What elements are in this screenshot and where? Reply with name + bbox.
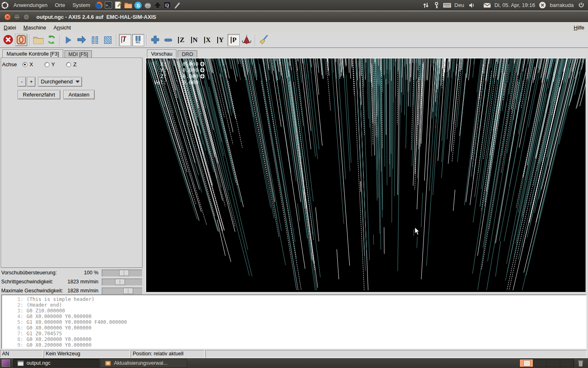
toolbar-separator <box>255 34 256 46</box>
toolpath-canvas[interactable] <box>146 58 586 292</box>
stop-icon <box>104 36 111 44</box>
max-velocity-value: 1828 mm/min <box>67 288 98 294</box>
quassel-icon[interactable]: Q <box>163 1 172 10</box>
menu-applications[interactable]: Anwendungen <box>10 0 51 11</box>
skype-icon[interactable]: S <box>134 1 143 10</box>
machine-power-button[interactable] <box>15 34 27 46</box>
keyring-icon[interactable] <box>432 1 441 10</box>
workspace-1[interactable] <box>520 359 533 367</box>
ubuntu-logo-icon[interactable] <box>0 1 9 10</box>
view-z-icon: Z <box>178 37 184 43</box>
view-z-rotated-button[interactable]: N <box>188 34 200 46</box>
mail-icon[interactable] <box>483 1 492 10</box>
tab-manual-control[interactable]: Manuelle Kontrolle [F3] <box>2 49 63 58</box>
firefox-icon[interactable] <box>94 1 103 10</box>
preview-tabrow: Vorschau DRO <box>145 48 587 58</box>
pen-icon[interactable] <box>173 1 182 10</box>
mouse-cursor <box>414 227 420 236</box>
maximize-button[interactable]: ▢ <box>23 13 30 20</box>
jog-speed-slider[interactable] <box>102 278 142 285</box>
reload-button[interactable] <box>45 34 58 46</box>
menu-maschine[interactable]: Maschine <box>20 23 50 32</box>
menu-hilfe[interactable]: Hilfe <box>570 23 588 32</box>
open-file-button[interactable] <box>32 34 45 46</box>
window-titlebar[interactable]: ✕ — ▢ output.ngc - AXIS 2.4.6 auf EMC-HA… <box>0 11 588 22</box>
tab-mdi[interactable]: MDI [F5] <box>65 50 92 58</box>
axis-z-radio[interactable] <box>66 62 71 67</box>
menu-system[interactable]: System <box>69 0 94 11</box>
me-menu-icon[interactable] <box>538 1 547 10</box>
view-perspective-icon: P <box>231 37 236 43</box>
menu-places[interactable]: Orte <box>51 0 69 11</box>
text-editor-icon[interactable] <box>114 1 123 10</box>
feed-override-slider[interactable] <box>102 269 142 276</box>
gcode-line: 9:G0 X0.200000 Y0.000000 <box>2 342 586 348</box>
clear-plot-button[interactable] <box>258 34 270 46</box>
step-button[interactable] <box>76 34 88 46</box>
toolpath-preview[interactable]: X:0.000 Y:0.000 Z:0.000 Vel:0.000 <box>145 58 585 292</box>
jog-minus-button[interactable]: - <box>18 77 26 87</box>
view-perspective-button[interactable]: P <box>227 34 240 46</box>
preview-panel: Vorschau DRO X:0.000 Y:0.000 Z:0.000 Vel… <box>145 48 587 294</box>
machine-state-field: AN <box>0 350 43 358</box>
homed-icon <box>200 67 205 73</box>
zoom-out-button[interactable] <box>162 34 174 46</box>
username[interactable]: barrakuda <box>548 2 576 8</box>
taskbar-item-output[interactable]: output.ngc <box>13 359 100 368</box>
gcode-listing[interactable]: 1:(This is simple header) 2:(Header end)… <box>1 294 587 349</box>
clock[interactable]: Di, 05. Apr, 19:16 <box>492 2 537 8</box>
skip-lines-toggle[interactable]: / <box>119 34 131 46</box>
rotate-view-button[interactable] <box>241 34 253 46</box>
menu-datei[interactable]: Datei <box>0 23 20 32</box>
workspace-3[interactable] <box>547 359 560 367</box>
network-arrows-icon[interactable] <box>421 1 430 10</box>
taskbar-item-update-manager[interactable]: Aktualisierungsverwal... <box>100 359 187 368</box>
stop-button[interactable] <box>102 34 114 46</box>
max-velocity-slider[interactable] <box>102 287 142 294</box>
power-icon[interactable] <box>577 1 586 10</box>
trash-icon[interactable] <box>577 359 585 367</box>
view-y-button[interactable]: Y <box>214 34 227 46</box>
dro-overlay: X:0.000 Y:0.000 Z:0.000 Vel:0.000 <box>149 61 205 85</box>
keyboard-icon[interactable] <box>443 1 452 10</box>
feed-override-label: Vorschubübersteuerung: <box>1 270 57 276</box>
chevron-down-icon <box>76 81 80 83</box>
workspace-2[interactable] <box>533 359 547 367</box>
axis-x-radio[interactable] <box>22 62 27 67</box>
run-button[interactable] <box>62 34 75 46</box>
left-tabrow: Manuelle Kontrolle [F3] MDI [F5] <box>0 48 144 58</box>
zoom-in-button[interactable] <box>149 34 161 46</box>
touch-off-button[interactable]: Antasten <box>63 90 95 99</box>
axis-y-radio[interactable] <box>45 62 49 67</box>
window-list-icon[interactable] <box>2 359 10 367</box>
workspace-4[interactable] <box>560 359 574 367</box>
view-z-button[interactable]: Z <box>175 34 187 46</box>
keyboard-layout-indicator[interactable]: Deu <box>452 2 466 8</box>
estop-button[interactable] <box>2 34 14 46</box>
home-axis-button[interactable]: Referenzfahrt <box>18 90 60 99</box>
skip-lines-icon: / <box>121 36 129 44</box>
minimize-button[interactable]: — <box>13 13 20 20</box>
file-manager-icon[interactable] <box>124 1 133 10</box>
volume-icon[interactable] <box>467 1 476 10</box>
view-y-icon: Y <box>217 37 224 43</box>
workspace-switcher[interactable] <box>519 359 574 367</box>
tab-vorschau[interactable]: Vorschau <box>147 49 176 58</box>
gimp-icon[interactable] <box>143 1 152 10</box>
menu-ansicht[interactable]: Ansicht <box>50 23 75 32</box>
pause-button[interactable] <box>89 34 101 46</box>
view-x-button[interactable]: X <box>201 34 214 46</box>
terminal-icon[interactable]: >_ <box>104 1 113 10</box>
close-button[interactable]: ✕ <box>4 13 11 20</box>
jog-speed-label: Schrittgeschwindigkeit: <box>1 279 53 285</box>
tab-dro[interactable]: DRO <box>178 50 197 58</box>
gcode-line: 1:(This is simple header) <box>2 296 586 302</box>
gcode-line: 3:G0 Z10.000000 <box>2 308 586 314</box>
run-icon <box>66 36 71 44</box>
rotate-view-icon <box>241 34 252 46</box>
jog-mode-dropdown[interactable]: Durchgehend <box>38 77 82 87</box>
inkscape-icon[interactable] <box>153 1 162 10</box>
jog-plus-button[interactable]: + <box>27 77 36 87</box>
gcode-line: 7:G1 Z0.704575 <box>2 331 586 337</box>
optional-pause-toggle[interactable]: M1 <box>132 34 144 46</box>
